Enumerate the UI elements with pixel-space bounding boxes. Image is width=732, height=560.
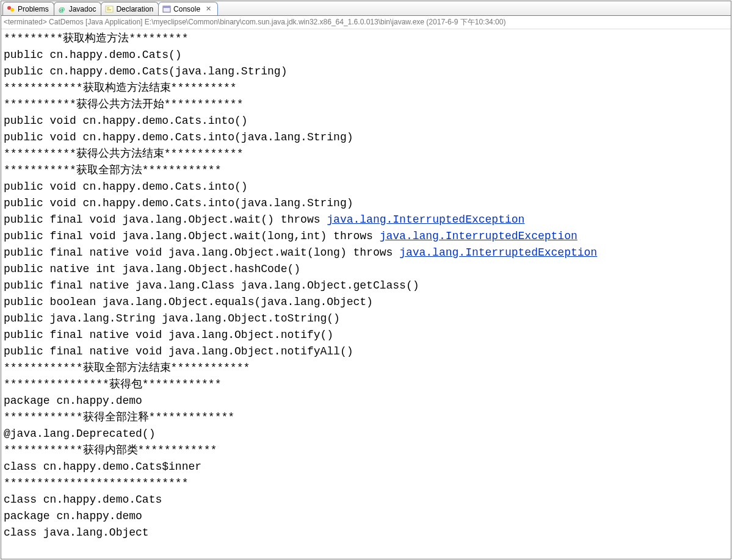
console-line: ***********获得公共方法结束************ <box>4 146 728 162</box>
declaration-icon <box>105 5 114 13</box>
console-line: public java.lang.String java.lang.Object… <box>4 311 728 327</box>
console-line: public final void java.lang.Object.wait(… <box>4 228 728 245</box>
console-line: **************************** <box>4 475 728 492</box>
console-line: public final native java.lang.Class java… <box>4 278 728 294</box>
console-line: public void cn.happy.demo.Cats.into() <box>4 179 728 195</box>
console-line: package cn.happy.demo <box>4 508 728 525</box>
console-line: class java.lang.Object <box>4 525 728 541</box>
tab-javadoc[interactable]: @ Javadoc <box>54 2 102 15</box>
console-view-frame: Problems @ Javadoc Declaration <box>1 1 731 559</box>
console-line: ************获取构造方法结束********** <box>4 80 728 96</box>
close-icon[interactable]: ✕ <box>204 5 212 13</box>
console-line: public cn.happy.demo.Cats() <box>4 47 728 63</box>
console-process-meta: <terminated> CatDemos [Java Application]… <box>1 16 731 29</box>
exception-link[interactable]: java.lang.InterruptedException <box>380 230 578 242</box>
exception-link[interactable]: java.lang.InterruptedException <box>399 246 597 259</box>
console-line: public final native void java.lang.Objec… <box>4 245 728 261</box>
console-line: package cn.happy.demo <box>4 393 728 409</box>
console-line: public final native void java.lang.Objec… <box>4 327 728 343</box>
svg-point-1 <box>10 8 14 12</box>
console-line: public void cn.happy.demo.Cats.into() <box>4 113 728 129</box>
console-line: @java.lang.Deprecated() <box>4 426 728 442</box>
view-tabbar: Problems @ Javadoc Declaration <box>1 1 731 16</box>
console-line: public void cn.happy.demo.Cats.into(java… <box>4 129 728 146</box>
console-line: public void cn.happy.demo.Cats.into(java… <box>4 195 728 212</box>
svg-rect-7 <box>163 6 170 8</box>
console-line: public native int java.lang.Object.hashC… <box>4 261 728 278</box>
tab-problems[interactable]: Problems <box>2 2 54 15</box>
console-line: public boolean java.lang.Object.equals(j… <box>4 294 728 311</box>
javadoc-icon: @ <box>58 5 67 13</box>
console-line: ****************获得包************ <box>4 376 728 393</box>
tab-declaration[interactable]: Declaration <box>101 2 159 15</box>
console-icon <box>162 5 171 13</box>
console-line: ***********获得公共方法开始************ <box>4 96 728 113</box>
console-line: public cn.happy.demo.Cats(java.lang.Stri… <box>4 63 728 80</box>
tab-label: Javadoc <box>69 5 96 13</box>
console-line: class cn.happy.demo.Cats <box>4 492 728 508</box>
tab-label: Console <box>173 5 200 13</box>
console-line: ***********获取全部方法************ <box>4 162 728 179</box>
console-line: *********获取构造方法********* <box>4 31 728 47</box>
console-line: public final native void java.lang.Objec… <box>4 343 728 360</box>
console-line: ************获得内部类************ <box>4 442 728 459</box>
console-line: ************获得全部注释************* <box>4 409 728 426</box>
console-output[interactable]: *********获取构造方法*********public cn.happy.… <box>1 29 731 559</box>
console-line: ************获取全部方法结束************ <box>4 360 728 376</box>
exception-link[interactable]: java.lang.InterruptedException <box>327 214 524 226</box>
problems-icon <box>7 5 15 13</box>
svg-rect-3 <box>106 6 113 12</box>
tab-label: Problems <box>18 5 49 13</box>
console-line: public final void java.lang.Object.wait(… <box>4 212 728 228</box>
console-line: class cn.happy.demo.Cats$inner <box>4 459 728 475</box>
svg-text:@: @ <box>59 5 65 13</box>
tab-console[interactable]: Console ✕ <box>158 2 218 15</box>
tab-label: Declaration <box>116 5 153 13</box>
svg-point-0 <box>7 6 11 10</box>
